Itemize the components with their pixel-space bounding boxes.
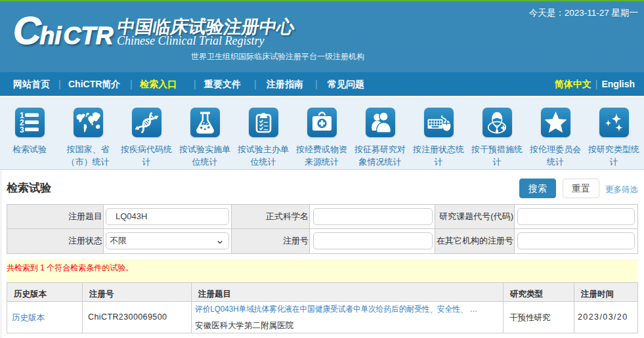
- svg-text:3: 3: [20, 125, 24, 135]
